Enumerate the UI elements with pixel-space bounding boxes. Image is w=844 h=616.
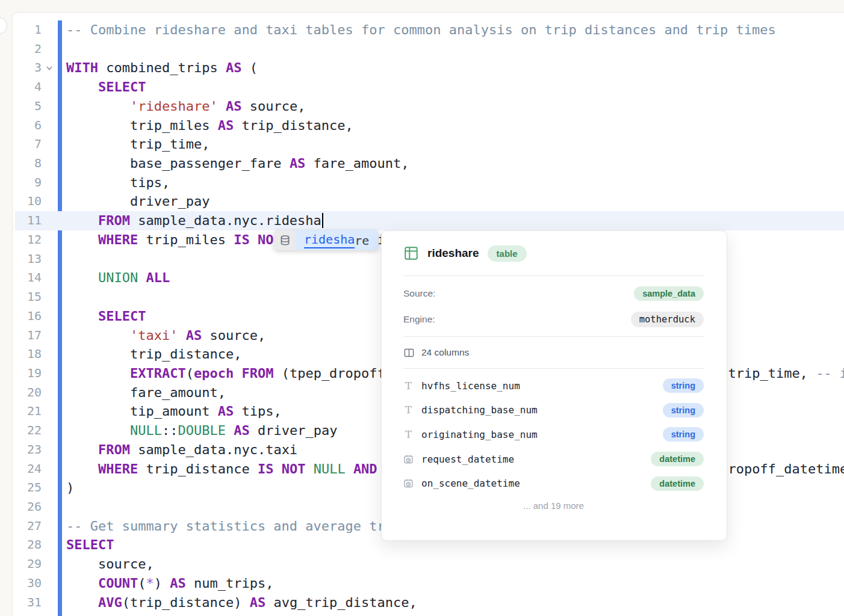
column-name: originating_base_num <box>421 429 538 440</box>
column-type-pill: string <box>663 378 704 393</box>
code-text: 'rideshare' AS source, <box>61 97 305 116</box>
code-line[interactable]: 31 AVG(trip_distance) AS avg_trip_distan… <box>15 593 844 612</box>
column-row: Tdispatching_base_numstring <box>403 398 704 423</box>
autocomplete-item-rideshare[interactable]: rideshare <box>296 230 379 250</box>
line-number: 7 <box>15 135 42 154</box>
code-line[interactable]: 10 driver_pay <box>15 192 844 211</box>
code-line[interactable]: 3WITH combined_trips AS ( <box>15 58 844 78</box>
code-text: source, <box>61 555 154 574</box>
line-number: 4 <box>15 78 42 97</box>
app-window: 1-- Combine rideshare and taxi tables fo… <box>0 0 844 616</box>
code-line[interactable]: 2 <box>15 40 844 59</box>
autocomplete-rest-text: re <box>355 233 369 248</box>
code-text: fare_amount, <box>61 383 226 402</box>
column-name-group: request_datetime <box>403 454 514 465</box>
columns-summary: 24 columns <box>421 347 469 358</box>
code-text: -- Combine rideshare and taxi tables for… <box>61 20 776 40</box>
line-number: 32 <box>15 612 42 616</box>
code-text: UNION ALL <box>61 268 170 288</box>
code-line[interactable]: 8 base_passenger_fare AS fare_amount, <box>15 154 844 173</box>
line-number: 10 <box>15 192 42 211</box>
code-line[interactable]: 11 FROM sample_data.nyc.ridesha <box>15 211 844 230</box>
line-number: 15 <box>15 288 42 307</box>
line-number: 1 <box>15 20 42 40</box>
line-number: 19 <box>15 364 42 383</box>
code-text: AVG(trip_distance) AS avg_trip_distance, <box>61 593 417 612</box>
autocomplete-popup: rideshare <box>274 230 379 250</box>
line-number: 29 <box>15 555 42 574</box>
code-text: tips, <box>61 173 170 192</box>
code-line[interactable]: 5 'rideshare' AS source, <box>15 97 844 116</box>
code-text: SELECT <box>61 78 146 97</box>
code-line[interactable]: 29 source, <box>15 555 844 574</box>
property-row: Engine:motherduck <box>403 306 704 332</box>
calendar-clock-icon <box>403 478 414 488</box>
table-name: rideshare <box>427 247 479 260</box>
code-text: WITH combined_trips AS ( <box>61 58 258 78</box>
code-text: tip_amount AS tips, <box>61 402 282 421</box>
line-number: 8 <box>15 154 42 173</box>
code-line[interactable]: 1-- Combine rideshare and taxi tables fo… <box>15 20 844 40</box>
code-text: NULL::DOUBLE AS driver_pay <box>61 421 337 440</box>
text-cursor <box>322 213 323 228</box>
code-line[interactable]: 30 COUNT(*) AS num_trips, <box>15 574 844 593</box>
column-name: on_scene_datetime <box>421 478 520 489</box>
line-number: 30 <box>15 574 42 593</box>
line-number: 20 <box>15 383 42 402</box>
line-number: 6 <box>15 116 42 135</box>
line-number: 25 <box>15 478 42 497</box>
line-number: 13 <box>15 250 42 269</box>
line-number: 27 <box>15 517 42 536</box>
property-value-pill: sample_data <box>634 286 704 301</box>
column-row: on_scene_datetimedatetime <box>403 471 704 496</box>
code-text: SELECT <box>61 535 114 555</box>
table-type-badge: table <box>488 245 527 262</box>
column-name: request_datetime <box>421 454 514 465</box>
column-type-pill: datetime <box>651 476 704 491</box>
line-number: 26 <box>15 497 42 517</box>
code-text: COUNT(*) AS num_trips, <box>61 574 273 593</box>
code-line[interactable]: 9 tips, <box>15 173 844 192</box>
line-number: 21 <box>15 402 42 421</box>
code-line[interactable]: 6 trip_miles AS trip_distance, <box>15 116 844 135</box>
line-number: 2 <box>15 40 42 59</box>
table-info-panel: rideshare table Source:sample_dataEngine… <box>381 230 727 541</box>
code-text: trip_miles AS trip_distance, <box>61 116 353 135</box>
code-text: FROM sample_data.nyc.ridesha <box>61 211 323 230</box>
table-icon <box>403 245 419 261</box>
property-label: Source: <box>403 288 435 299</box>
line-number: 11 <box>15 211 42 230</box>
line-number: 31 <box>15 593 42 612</box>
table-info-header: rideshare table <box>403 231 704 276</box>
code-text: SELECT <box>61 307 146 326</box>
column-type-pill: string <box>663 427 704 442</box>
line-number: 23 <box>15 440 42 460</box>
columns-summary-row: 24 columns <box>403 337 704 369</box>
column-name: hvfhs_license_num <box>421 380 520 392</box>
column-row: Thvfhs_license_numstring <box>403 374 704 398</box>
code-text: trip_time, <box>61 135 209 154</box>
columns-more-label: ... and 19 more <box>403 500 704 511</box>
column-type-pill: string <box>663 403 704 417</box>
line-number: 17 <box>15 326 42 345</box>
code-text: base_passenger_fare AS fare_amount, <box>61 154 409 173</box>
code-text: 'taxi' AS source, <box>61 326 265 345</box>
line-number: 3 <box>15 58 42 78</box>
column-name-group: Thvfhs_license_num <box>403 380 520 392</box>
line-number: 22 <box>15 421 42 440</box>
fold-chevron-icon[interactable] <box>42 66 57 71</box>
code-line[interactable]: 4 SELECT <box>15 78 844 97</box>
text-icon: T <box>403 430 414 440</box>
property-value-pill: motherduck <box>631 312 704 327</box>
line-number: 9 <box>15 173 42 192</box>
code-line[interactable]: 32 AVG(trip_time) AS avg_trip_time, <box>15 612 844 616</box>
partial-edge-button[interactable] <box>0 17 7 34</box>
database-icon <box>274 230 296 250</box>
line-number: 14 <box>15 268 42 288</box>
line-number: 18 <box>15 345 42 364</box>
column-type-pill: datetime <box>651 452 704 466</box>
column-row: request_datetimedatetime <box>403 447 704 472</box>
code-text: trip_distance, <box>61 345 241 364</box>
code-line[interactable]: 7 trip_time, <box>15 135 844 154</box>
line-number: 12 <box>15 230 42 250</box>
